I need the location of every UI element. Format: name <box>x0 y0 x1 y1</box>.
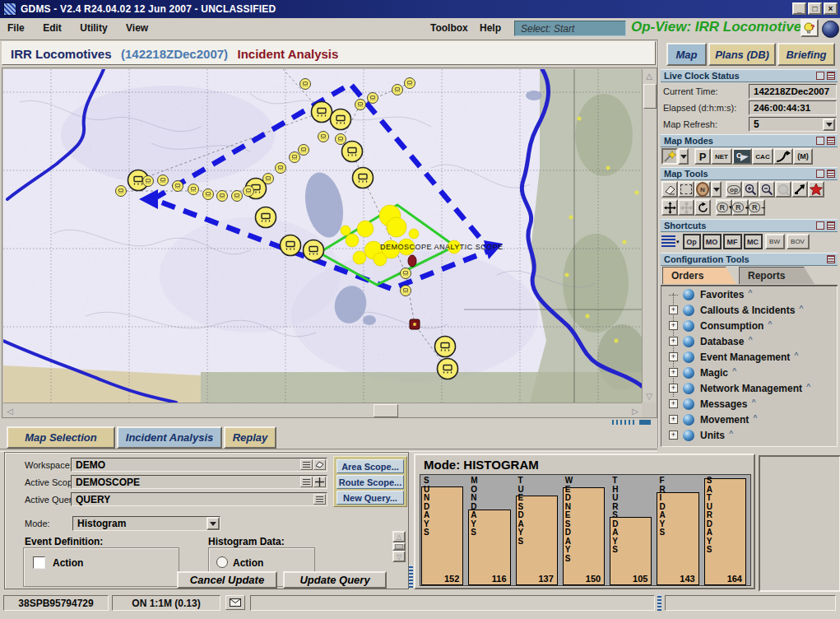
eraser-tool-icon[interactable] <box>661 181 678 198</box>
maximize-button[interactable]: □ <box>808 2 822 15</box>
splitter-ticks[interactable] <box>612 420 637 425</box>
panel-collapse-icon[interactable] <box>827 72 835 80</box>
active-query-field[interactable]: QUERY <box>71 492 327 506</box>
action-radio[interactable] <box>216 556 228 568</box>
expand-icon[interactable]: + <box>669 431 678 440</box>
zoom-region-tool-icon[interactable] <box>775 181 791 198</box>
panel-collapse-icon[interactable] <box>827 221 835 230</box>
tab-orders[interactable]: Orders <box>662 267 736 284</box>
op-stamp-tool-icon[interactable]: op <box>726 181 742 198</box>
select-rect-tool-icon[interactable] <box>678 181 694 198</box>
route-scope-button[interactable]: Route Scope... <box>336 475 404 489</box>
tab-reports[interactable]: Reports <box>739 267 814 284</box>
tree-item-favorites[interactable]: Favorites^ <box>661 286 837 302</box>
tree-item-database[interactable]: +Database^ <box>661 333 837 349</box>
vscroll-thumb[interactable] <box>643 84 657 109</box>
refresh-dropdown-button[interactable] <box>823 119 835 131</box>
eraser-icon[interactable] <box>313 459 326 470</box>
expand-icon[interactable]: + <box>669 352 678 361</box>
move-step-tool-icon[interactable] <box>678 199 694 216</box>
tree-item-magic[interactable]: +Magic^ <box>661 365 837 380</box>
panel-float-icon[interactable] <box>816 72 824 80</box>
message-envelope-button[interactable] <box>225 595 245 610</box>
expand-icon[interactable]: + <box>669 321 678 330</box>
zoom-in-tool-icon[interactable] <box>742 181 759 198</box>
spinner-up-arrow[interactable]: △ <box>392 531 406 542</box>
panel-float-icon[interactable] <box>816 170 824 178</box>
magic-wand-mode-button[interactable] <box>661 148 678 165</box>
update-query-button[interactable]: Update Query <box>283 571 387 589</box>
globe-sphere-icon[interactable] <box>822 21 839 38</box>
menu-toolbox[interactable]: Toolbox <box>423 18 476 38</box>
tab-map[interactable]: Map <box>666 43 707 66</box>
hscroll-thumb[interactable] <box>374 404 398 417</box>
statusbar-splitter-grip[interactable] <box>657 594 661 611</box>
favorite-star-tool-icon[interactable] <box>808 181 824 198</box>
expand-icon[interactable]: + <box>669 368 678 377</box>
expand-icon[interactable]: + <box>669 399 678 408</box>
list-icon[interactable] <box>313 494 326 505</box>
select-mode-box[interactable]: Select: Start <box>514 21 626 36</box>
zoom-out-tool-icon[interactable] <box>759 181 775 198</box>
new-query-button[interactable]: New Query... <box>336 491 404 505</box>
cac-flag-mode-button[interactable]: C <box>732 148 752 165</box>
map-vertical-scrollbar[interactable]: △ ▽ <box>642 69 656 403</box>
layer-list-icon[interactable] <box>661 235 675 249</box>
shortcut-mc-button[interactable]: MC <box>744 234 763 249</box>
hint-bulb-icon[interactable]: ? <box>801 19 819 37</box>
cancel-update-button[interactable]: Cancel Update <box>177 571 277 589</box>
spinner-down-arrow[interactable]: ▽ <box>392 551 406 562</box>
map-refresh-select[interactable]: 5 <box>749 117 837 132</box>
tree-item-event-management[interactable]: +Event Management^ <box>661 349 837 365</box>
scroll-right-arrow[interactable]: ▷ <box>629 404 642 417</box>
map-viewport[interactable]: DEMOSCOPE ANALYTIC SCOPE <box>3 69 642 403</box>
scroll-up-arrow[interactable]: △ <box>643 69 656 82</box>
panel-collapse-icon[interactable] <box>827 137 835 145</box>
menu-view[interactable]: View <box>118 18 155 38</box>
active-scope-field[interactable]: DEMOSCOPE <box>71 475 327 489</box>
route-down-tool-icon[interactable]: R▾ <box>716 199 732 216</box>
minimize-button[interactable]: _ <box>792 2 806 15</box>
tree-item-movement[interactable]: +Movement^ <box>661 412 837 427</box>
mode-dropdown-button[interactable] <box>207 517 220 530</box>
pan-arrow-tool-icon[interactable] <box>791 181 808 198</box>
expand-icon[interactable]: + <box>669 337 678 346</box>
action-checkbox[interactable] <box>33 556 45 569</box>
tab-plans-db[interactable]: Plans (DB) <box>708 43 776 66</box>
panel-splitter-grip[interactable] <box>409 565 413 588</box>
panel-collapse-icon[interactable] <box>827 170 835 178</box>
shortcut-op-button[interactable]: Op <box>683 234 701 249</box>
shortcut-bw-button[interactable]: BW <box>765 234 785 249</box>
panel-float-icon[interactable] <box>816 221 824 230</box>
route-add-tool-icon[interactable]: R+ <box>732 199 749 216</box>
cac-mode-button[interactable]: CAC <box>752 148 773 165</box>
tree-item-network-management[interactable]: +Network Management^ <box>661 380 837 396</box>
scroll-down-arrow[interactable]: ▽ <box>643 389 656 403</box>
tree-item-callouts-incidents[interactable]: +Callouts & Incidents^ <box>661 302 837 318</box>
tree-item-units[interactable]: +Units^ <box>661 427 837 443</box>
close-button[interactable]: × <box>824 2 838 15</box>
net-mode-button[interactable]: NET <box>711 148 732 165</box>
p-mode-button[interactable]: P <box>694 148 711 165</box>
expand-icon[interactable]: + <box>669 384 678 393</box>
map-horizontal-scrollbar[interactable]: ◁ ▷ <box>3 403 642 417</box>
shortcut-mo-button[interactable]: MO <box>703 234 722 249</box>
expand-icon[interactable]: + <box>669 305 678 314</box>
rotate-tool-icon[interactable] <box>694 199 711 216</box>
freehand-draw-mode-button[interactable] <box>773 148 793 165</box>
m-stamp-mode-button[interactable]: (M) <box>793 148 813 165</box>
tab-replay[interactable]: Replay <box>224 426 276 449</box>
move-cross-icon[interactable] <box>313 477 326 487</box>
tree-item-messages[interactable]: +Messages^ <box>661 396 837 412</box>
panel-collapse-icon[interactable] <box>827 255 835 263</box>
tab-map-selection[interactable]: Map Selection <box>7 426 115 449</box>
menu-edit[interactable]: Edit <box>35 18 69 38</box>
menu-file[interactable]: File <box>0 18 32 38</box>
menu-help[interactable]: Help <box>472 18 508 38</box>
menu-utility[interactable]: Utility <box>72 18 114 38</box>
list-icon[interactable] <box>300 477 313 487</box>
n-badge-tool-icon[interactable]: N <box>694 181 711 198</box>
mode-select[interactable]: Histogram <box>72 516 220 531</box>
tab-incident-analysis[interactable]: Incident Analysis <box>117 426 222 449</box>
title-bar[interactable]: GDMS - V2.4 R24.04.02 12 Jun 2007 - UNCL… <box>0 0 840 18</box>
